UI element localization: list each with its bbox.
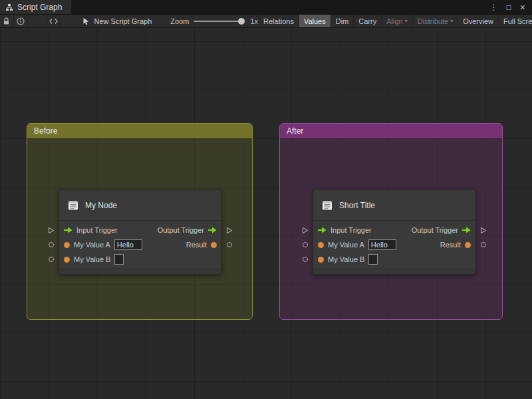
- group-title: Before: [34, 126, 57, 136]
- script-graph-window: Script Graph ⋮ □ ×: [0, 0, 532, 399]
- graph-asset-picker[interactable]: New Script Graph: [82, 17, 152, 25]
- zoom-label: Zoom: [170, 17, 189, 25]
- value-b-row: My Value B: [59, 252, 221, 267]
- group-after-header[interactable]: After: [280, 124, 502, 138]
- value-a-row: My Value A Result: [313, 237, 475, 252]
- value-b-port-icon[interactable]: [64, 257, 70, 263]
- value-b-port-icon[interactable]: [318, 257, 324, 263]
- flow-out-icon[interactable]: [208, 227, 217, 233]
- result-port-icon[interactable]: [465, 242, 471, 248]
- flow-output-port[interactable]: [226, 227, 233, 234]
- port-rows: Input Trigger Output Trigger My Value A: [313, 221, 475, 269]
- port-rows: Input Trigger Output Trigger My Value A: [59, 221, 221, 269]
- toolbar-button-group: Relations Values Dim Carry Align ▾ Distr…: [258, 15, 532, 27]
- value-a-field[interactable]: [114, 239, 142, 250]
- flow-in-icon[interactable]: [64, 227, 72, 233]
- code-icon: [49, 18, 58, 25]
- graph-toolbar: New Script Graph Zoom 1x Relations Value…: [0, 15, 532, 28]
- value-a-field[interactable]: [368, 239, 396, 250]
- input-ports: [301, 223, 309, 267]
- flow-in-icon[interactable]: [318, 227, 327, 233]
- tab-title: Script Graph: [17, 3, 62, 12]
- info-icon: [17, 17, 25, 25]
- graph-asset-name: New Script Graph: [94, 17, 152, 25]
- zoom-value: 1x: [250, 17, 258, 25]
- value-a-row: My Value A Result: [59, 237, 221, 252]
- graph-icon: [5, 3, 13, 11]
- value-b-row: My Value B: [313, 252, 475, 267]
- graph-canvas[interactable]: Before After: [0, 28, 532, 399]
- value-b-input-port[interactable]: [49, 257, 54, 262]
- result-port-icon[interactable]: [211, 242, 217, 248]
- distribute-dropdown[interactable]: Distribute ▾: [412, 15, 458, 27]
- lock-button[interactable]: [0, 15, 14, 27]
- zoom-control: Zoom 1x: [170, 17, 258, 25]
- node-title: Short Title: [339, 201, 375, 210]
- flow-input-port[interactable]: [48, 227, 55, 234]
- lock-icon: [3, 17, 10, 25]
- value-b-field[interactable]: [368, 254, 378, 265]
- kebab-menu-icon[interactable]: ⋮: [490, 3, 498, 11]
- inspect-button[interactable]: [14, 15, 28, 27]
- overview-button[interactable]: Overview: [458, 15, 498, 27]
- value-a-input-port[interactable]: [303, 242, 308, 247]
- chevron-down-icon: ▾: [405, 18, 408, 24]
- unit-icon: [321, 200, 333, 211]
- dim-button[interactable]: Dim: [331, 15, 354, 27]
- flow-port-row: Input Trigger Output Trigger: [313, 223, 475, 237]
- node-my-node[interactable]: My Node Input Trigger Output Trigger: [59, 190, 222, 275]
- value-a-input-port[interactable]: [49, 242, 54, 247]
- zoom-slider-knob[interactable]: [238, 18, 245, 25]
- flow-out-icon[interactable]: [462, 227, 471, 233]
- node-header[interactable]: My Node: [59, 190, 221, 221]
- unit-icon: [67, 200, 79, 211]
- flow-output-port[interactable]: [480, 227, 487, 234]
- group-before-header[interactable]: Before: [27, 124, 252, 138]
- value-b-field[interactable]: [114, 254, 124, 265]
- output-ports: [225, 223, 233, 252]
- flow-input-port[interactable]: [302, 227, 309, 234]
- result-output-port[interactable]: [227, 242, 232, 247]
- group-title: After: [287, 126, 303, 136]
- relations-button[interactable]: Relations: [258, 15, 299, 27]
- fullscreen-button[interactable]: Full Screen: [498, 15, 532, 27]
- node-short-title[interactable]: Short Title Input Trigger Output Trigger: [313, 190, 476, 275]
- tab-bar: Script Graph ⋮ □ ×: [0, 0, 532, 15]
- graph-asset-icon: [82, 17, 90, 25]
- flow-port-row: Input Trigger Output Trigger: [59, 223, 221, 237]
- edit-script-button[interactable]: [47, 15, 61, 27]
- result-output-port[interactable]: [481, 242, 486, 247]
- input-ports: [47, 223, 55, 267]
- tab-script-graph[interactable]: Script Graph: [0, 0, 71, 14]
- value-a-port-icon[interactable]: [64, 242, 70, 248]
- zoom-slider[interactable]: [194, 18, 245, 25]
- chevron-down-icon: ▾: [450, 18, 453, 24]
- close-icon[interactable]: ×: [520, 3, 525, 12]
- carry-button[interactable]: Carry: [353, 15, 381, 27]
- values-button[interactable]: Values: [299, 15, 331, 27]
- node-footer: [59, 269, 221, 274]
- value-b-input-port[interactable]: [303, 257, 308, 262]
- value-a-port-icon[interactable]: [318, 242, 324, 248]
- window-controls: ⋮ □ ×: [490, 0, 532, 14]
- output-ports: [479, 223, 487, 252]
- node-footer: [313, 269, 475, 274]
- align-dropdown[interactable]: Align ▾: [381, 15, 412, 27]
- node-header[interactable]: Short Title: [313, 190, 475, 221]
- node-title: My Node: [85, 201, 117, 210]
- zoom-slider-track[interactable]: [194, 21, 245, 22]
- maximize-icon[interactable]: □: [507, 3, 511, 11]
